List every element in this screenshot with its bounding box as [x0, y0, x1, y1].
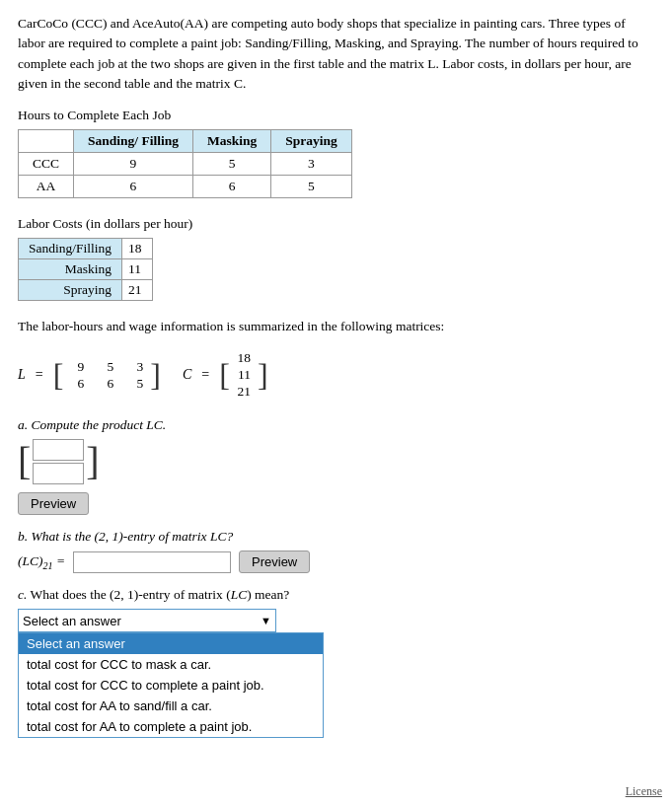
table1-header-2: Masking [192, 130, 270, 153]
intro-text: CarCoCo (CCC) and AceAuto(AA) are compet… [18, 14, 654, 94]
bracket-right-C: ] [258, 348, 268, 402]
dropdown-select-box[interactable]: Select an answer ▼ [18, 609, 276, 632]
dropdown-option-0[interactable]: Select an answer [19, 633, 323, 654]
bracket-right-input: ] [86, 439, 99, 484]
dropdown-option-1[interactable]: total cost for CCC to mask a car. [19, 654, 323, 675]
matrix-L-content: 9 5 3 6 6 5 [66, 357, 147, 394]
dropdown-option-2[interactable]: total cost for CCC to complete a paint j… [19, 675, 323, 696]
table-row: CCC 9 5 3 [19, 153, 352, 176]
matrix-C-label: C [183, 367, 191, 383]
page: CarCoCo (CCC) and AceAuto(AA) are compet… [0, 0, 672, 807]
matrix-L-r1c2: 5 [129, 376, 143, 392]
bracket-left-L: [ [53, 357, 64, 394]
table2-row0-val: 18 [122, 239, 153, 259]
table-row: AA 6 6 5 [19, 176, 352, 198]
part-a-text: Compute the product LC. [32, 417, 167, 432]
part-b: b. What is the (2, 1)-entry of matrix LC… [18, 529, 654, 573]
part-b-input[interactable] [73, 551, 231, 573]
table2-row2-val: 21 [122, 280, 153, 301]
bracket-left-input: [ [18, 439, 31, 484]
table1-row0-label: CCC [19, 153, 74, 176]
dropdown-option-3[interactable]: total cost for AA to sand/fill a car. [19, 696, 323, 716]
matrix-C-row1: 11 [237, 367, 251, 383]
part-c-label: c. What does the (2, 1)-entry of matrix … [18, 587, 654, 603]
input-row-1 [33, 463, 84, 484]
table1-row1-label: AA [19, 176, 74, 198]
matrix-C-content: 18 11 21 [233, 348, 255, 402]
table-row: Masking 11 [19, 259, 153, 280]
table1-header-3: Spraying [271, 130, 352, 153]
matrix-C-row0: 18 [237, 350, 251, 366]
part-c-letter: c. [18, 587, 27, 602]
table1: Sanding/ Filling Masking Spraying CCC 9 … [18, 129, 352, 198]
part-b-label: b. What is the (2, 1)-entry of matrix LC… [18, 529, 654, 545]
table1-row0-val0: 9 [74, 153, 193, 176]
table1-row1-val1: 6 [192, 176, 270, 198]
part-c-text: What does the (2, 1)-entry of matrix (LC… [31, 587, 290, 602]
table2-title: Labor Costs (in dollars per hour) [18, 216, 654, 232]
part-a-label: a. Compute the product LC. [18, 417, 654, 433]
part-a-letter: a. [18, 417, 28, 432]
bracket-right-L: ] [150, 357, 161, 394]
input-matrix-a: [ ] [18, 439, 100, 484]
dropdown-selected-text: Select an answer [23, 614, 261, 628]
matrix-L-r1c1: 6 [100, 376, 113, 392]
matrix-L-r0c2: 3 [129, 359, 143, 375]
table1-header-1: Sanding/ Filling [74, 130, 193, 153]
matrix-C: [ 18 11 21 ] [219, 348, 267, 402]
preview-button-a[interactable]: Preview [18, 492, 89, 515]
dropdown-option-4[interactable]: total cost for AA to complete a paint jo… [19, 716, 323, 737]
matrix-C-row2: 21 [237, 384, 251, 400]
matrix-L-r1c0: 6 [70, 376, 84, 392]
matrix-C-r0c0: 18 [237, 350, 251, 366]
matrix-input-r0c0[interactable] [33, 439, 84, 461]
part-b-text: What is the (2, 1)-entry of matrix LC? [32, 529, 234, 544]
input-matrix-content [33, 439, 84, 484]
part-c: c. What does the (2, 1)-entry of matrix … [18, 587, 654, 632]
matrix-L-label: L [18, 367, 26, 383]
part-b-entry-label: (LC)21 = [18, 553, 65, 571]
license-link[interactable]: License [626, 784, 662, 799]
matrix-desc: The labor-hours and wage information is … [18, 319, 654, 334]
table-row: Sanding/Filling 18 [19, 239, 153, 259]
table-row: Spraying 21 [19, 280, 153, 301]
table2-row1-val: 11 [122, 259, 153, 280]
matrix-L-row1: 6 6 5 [70, 376, 143, 392]
table2-row2-label: Spraying [19, 280, 122, 301]
table1-row1-val2: 5 [271, 176, 352, 198]
matrix-C-r1c0: 11 [237, 367, 251, 383]
input-row-0 [33, 439, 84, 461]
table1-header-0 [19, 130, 74, 153]
table1-title: Hours to Complete Each Job [18, 108, 654, 123]
part-a: a. Compute the product LC. [ ] Preview [18, 417, 654, 515]
matrix-input-r1c0[interactable] [33, 463, 84, 484]
matrix-C-r2c0: 21 [237, 384, 251, 400]
matrix-L-row0: 9 5 3 [70, 359, 143, 375]
table2: Sanding/Filling 18 Masking 11 Spraying 2… [18, 238, 153, 301]
equals-sign-C: = [201, 367, 209, 383]
table2-row0-label: Sanding/Filling [19, 239, 122, 259]
bracket-left-C: [ [219, 348, 230, 402]
table1-row0-val2: 3 [271, 153, 352, 176]
matrix-L-r0c1: 5 [100, 359, 113, 375]
table1-row0-val1: 5 [192, 153, 270, 176]
equals-sign-L: = [36, 367, 43, 383]
part-b-row: (LC)21 = Preview [18, 550, 654, 573]
matrix-L: [ 9 5 3 6 6 5 ] [53, 357, 161, 394]
dropdown-options: Select an answer total cost for CCC to m… [18, 632, 324, 738]
part-b-letter: b. [18, 529, 28, 544]
preview-button-b[interactable]: Preview [239, 550, 310, 573]
table2-row1-label: Masking [19, 259, 122, 280]
chevron-down-icon: ▼ [261, 615, 271, 626]
matrix-L-r0c0: 9 [70, 359, 84, 375]
dropdown-container: Select an answer ▼ Select an answer tota… [18, 609, 276, 632]
table1-row1-val0: 6 [74, 176, 193, 198]
